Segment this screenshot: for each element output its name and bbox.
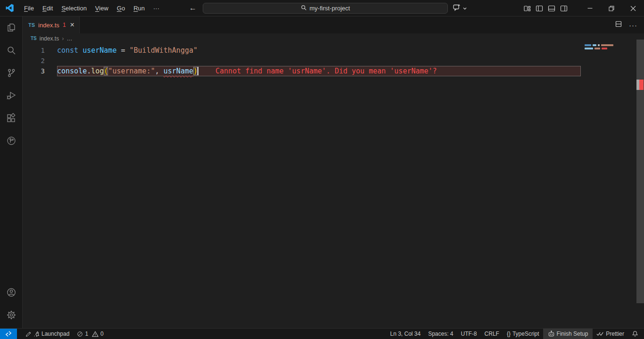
pencil-icon xyxy=(25,331,32,337)
line-content[interactable]: console.log("username:", usrName)Cannot … xyxy=(57,66,581,76)
menu-file[interactable]: File xyxy=(20,3,38,14)
status-bar: Launchpad 1 0 Ln 3, Col 34 Space xyxy=(0,328,644,339)
breadcrumb-file[interactable]: index.ts xyxy=(40,35,59,42)
extensions-icon[interactable] xyxy=(0,107,23,129)
go-back-button[interactable]: ← xyxy=(189,4,197,12)
breadcrumb-separator: › xyxy=(62,35,64,42)
editor-area: TS index.ts 1 × ··· TS index.ts › … xyxy=(23,16,644,328)
formatter-button[interactable]: Prettier xyxy=(593,329,628,339)
editor-actions: ··· xyxy=(615,16,644,33)
text-cursor xyxy=(198,67,198,75)
menu-edit[interactable]: Edit xyxy=(38,3,57,14)
robot-icon xyxy=(548,331,555,337)
vscode-logo-icon xyxy=(6,4,14,12)
menu-go[interactable]: Go xyxy=(113,3,129,14)
search-icon xyxy=(301,5,307,12)
editor-scrollbar[interactable] xyxy=(636,40,644,328)
restore-button[interactable] xyxy=(601,0,622,16)
tab-bar: TS index.ts 1 × ··· xyxy=(23,16,644,33)
breadcrumb-symbol-more[interactable]: … xyxy=(66,35,72,42)
copilot-icon xyxy=(453,3,461,14)
tab-index-ts[interactable]: TS index.ts 1 × xyxy=(23,16,80,33)
line-number: 3 xyxy=(23,66,57,76)
tab-close-icon[interactable]: × xyxy=(70,21,74,29)
tab-problem-count: 1 xyxy=(63,22,66,28)
finish-setup-button[interactable]: Finish Setup xyxy=(543,329,593,339)
menu-run[interactable]: Run xyxy=(129,3,149,14)
copilot-menu-button[interactable] xyxy=(453,3,467,14)
indentation-button[interactable]: Spaces: 4 xyxy=(424,329,457,339)
launchpad-button[interactable]: Launchpad xyxy=(22,329,73,339)
notifications-bell-button[interactable] xyxy=(628,329,644,339)
menu-selection[interactable]: Selection xyxy=(57,3,91,14)
errors-icon xyxy=(77,331,83,337)
search-sidebar-icon[interactable] xyxy=(0,39,23,62)
double-check-icon xyxy=(596,331,604,337)
code-line-3[interactable]: 3console.log("username:", usrName)Cannot… xyxy=(23,66,644,76)
line-number: 1 xyxy=(23,45,57,56)
braces-icon: {} xyxy=(507,331,511,337)
close-window-button[interactable] xyxy=(622,0,644,16)
cursor-position-button[interactable]: Ln 3, Col 34 xyxy=(386,329,424,339)
chevron-down-icon xyxy=(462,4,467,13)
tab-label: index.ts xyxy=(38,22,59,29)
settings-gear-icon[interactable] xyxy=(0,304,23,326)
split-editor-icon[interactable] xyxy=(615,20,622,30)
layout-controls xyxy=(523,0,579,16)
minimize-button[interactable] xyxy=(579,0,601,16)
minimap[interactable] xyxy=(585,44,613,51)
error-count: 1 xyxy=(85,331,88,337)
encoding-button[interactable]: UTF-8 xyxy=(457,329,481,339)
activity-bar xyxy=(0,16,23,328)
customize-layout-button[interactable] xyxy=(523,5,531,12)
line-content[interactable]: const userName = "BuildWithAngga" xyxy=(57,45,198,56)
rocket-icon xyxy=(33,331,40,337)
toggle-secondary-sidebar-button[interactable] xyxy=(560,5,568,12)
command-center-search[interactable]: my-first-project xyxy=(203,3,448,14)
breadcrumb-file-icon: TS xyxy=(31,36,37,41)
title-bar: FileEditSelectionViewGoRun··· ← → my-fir… xyxy=(0,0,644,16)
bell-icon xyxy=(632,331,638,337)
overview-ruler-error-marker xyxy=(639,80,644,90)
window-controls xyxy=(579,0,644,16)
launchpad-sidebar-icon[interactable] xyxy=(0,129,23,152)
toggle-primary-sidebar-button[interactable] xyxy=(536,5,543,12)
code-line-1[interactable]: 1const userName = "BuildWithAngga" xyxy=(23,45,644,56)
language-mode-button[interactable]: {} TypeScript xyxy=(503,329,543,339)
line-number: 2 xyxy=(23,56,57,66)
code-editor[interactable]: 1const userName = "BuildWithAngga"23cons… xyxy=(23,43,644,328)
warning-count: 0 xyxy=(100,331,104,337)
inline-error-message: Cannot find name 'usrName'. Did you mean… xyxy=(215,67,437,75)
menu-view[interactable]: View xyxy=(91,3,113,14)
problems-button[interactable]: 1 0 xyxy=(73,329,107,339)
code-line-2[interactable]: 2 xyxy=(23,56,644,66)
window-title: my-first-project xyxy=(310,5,350,12)
run-debug-icon[interactable] xyxy=(0,84,23,107)
menubar-more-button[interactable]: ··· xyxy=(149,3,164,14)
typescript-file-icon: TS xyxy=(28,22,35,28)
accounts-icon[interactable] xyxy=(0,281,23,304)
vscode-window: FileEditSelectionViewGoRun··· ← → my-fir… xyxy=(0,0,644,339)
remote-indicator-button[interactable] xyxy=(0,329,17,339)
eol-button[interactable]: CRLF xyxy=(481,329,503,339)
scrollbar-thumb[interactable] xyxy=(636,40,644,303)
menubar: FileEditSelectionViewGoRun··· xyxy=(20,3,164,14)
warnings-icon xyxy=(92,331,99,337)
remote-icon xyxy=(5,331,12,337)
breadcrumb[interactable]: TS index.ts › … xyxy=(23,33,644,43)
editor-more-actions-button[interactable]: ··· xyxy=(629,21,637,29)
toggle-panel-button[interactable] xyxy=(548,5,555,12)
source-control-icon[interactable] xyxy=(0,62,23,84)
launchpad-label: Launchpad xyxy=(41,331,69,337)
explorer-icon[interactable] xyxy=(0,16,23,39)
